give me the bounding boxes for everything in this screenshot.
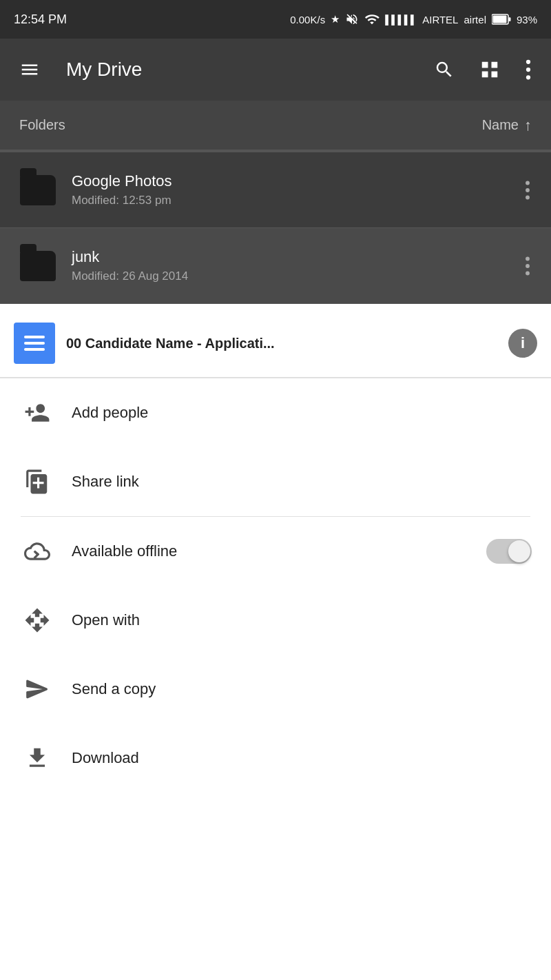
- svg-point-4: [526, 68, 530, 72]
- status-bar: 12:54 PM 0.00K/s ★ ▌▌▌▌▌ AIRTEL airtel: [0, 0, 551, 39]
- send-copy-label: Send a copy: [72, 680, 532, 698]
- open-with-item[interactable]: Open with: [0, 586, 551, 655]
- search-button[interactable]: [428, 54, 460, 85]
- carrier2-label: airtel: [464, 14, 486, 25]
- battery-icon: [492, 14, 511, 25]
- open-with-label: Open with: [72, 611, 532, 629]
- folders-header: Folders Name ↑: [0, 101, 551, 150]
- toolbar: My Drive: [0, 39, 551, 101]
- sort-control[interactable]: Name ↑: [482, 116, 532, 134]
- file-name-label: 00 Candidate Name - Applicati...: [55, 336, 508, 351]
- signal-icon: ▌▌▌▌▌: [385, 14, 417, 25]
- download-icon: [19, 740, 55, 776]
- folder-item-google-photos[interactable]: Google Photos Modified: 12:53 pm: [0, 152, 551, 228]
- bluetooth-icon: ★: [331, 13, 340, 25]
- page-title: My Drive: [66, 59, 415, 81]
- info-button[interactable]: i: [508, 329, 537, 358]
- download-item[interactable]: Download: [0, 724, 551, 793]
- overflow-menu-button[interactable]: [519, 54, 537, 85]
- add-people-item[interactable]: Add people: [0, 378, 551, 447]
- send-copy-item[interactable]: Send a copy: [0, 655, 551, 724]
- svg-point-5: [526, 75, 530, 79]
- folder-modified-google-photos: Modified: 12:53 pm: [72, 194, 518, 207]
- svg-rect-1: [492, 16, 506, 23]
- folder-name-google-photos: Google Photos: [72, 172, 518, 190]
- section-white-divider: [0, 304, 551, 309]
- open-with-icon: [19, 602, 55, 638]
- doc-icon: [14, 323, 55, 364]
- available-offline-icon: [19, 533, 55, 569]
- status-icons: 0.00K/s ★ ▌▌▌▌▌ AIRTEL airtel 93%: [290, 12, 537, 27]
- add-people-icon: [19, 395, 55, 431]
- share-link-icon: [19, 464, 55, 500]
- folder-more-google-photos[interactable]: [518, 174, 537, 207]
- offline-toggle[interactable]: [486, 539, 532, 564]
- svg-point-11: [526, 271, 530, 275]
- file-item-header: 00 Candidate Name - Applicati... i: [0, 309, 551, 378]
- share-link-label: Share link: [72, 473, 532, 491]
- folder-more-junk[interactable]: [518, 249, 537, 283]
- folder-name-junk: junk: [72, 248, 518, 266]
- add-people-label: Add people: [72, 404, 532, 422]
- time-label: 12:54 PM: [14, 12, 67, 27]
- download-label: Download: [72, 749, 532, 767]
- folder-modified-junk: Modified: 26 Aug 2014: [72, 269, 518, 283]
- send-copy-icon: [19, 671, 55, 707]
- svg-rect-2: [508, 17, 510, 21]
- battery-percent: 93%: [517, 14, 537, 25]
- hamburger-menu-button[interactable]: [14, 54, 45, 85]
- available-offline-label: Available offline: [72, 542, 470, 560]
- svg-point-6: [526, 181, 530, 185]
- network-speed: 0.00K/s: [290, 14, 325, 25]
- svg-point-7: [526, 188, 530, 192]
- sort-direction-icon: ↑: [524, 116, 532, 134]
- folder-item-junk[interactable]: junk Modified: 26 Aug 2014: [0, 228, 551, 304]
- grid-view-button[interactable]: [474, 54, 506, 85]
- folder-icon-junk: [14, 242, 62, 290]
- bottom-sheet-menu: Add people Share link Available offline: [0, 378, 551, 793]
- svg-point-10: [526, 264, 530, 268]
- toggle-knob: [508, 540, 530, 562]
- svg-point-3: [526, 60, 530, 64]
- folder-icon-google-photos: [14, 166, 62, 214]
- status-time: 12:54 PM: [14, 12, 67, 27]
- svg-point-8: [526, 195, 530, 199]
- share-link-item[interactable]: Share link: [0, 447, 551, 516]
- carrier-label: AIRTEL: [422, 14, 458, 25]
- wifi-icon: [364, 12, 380, 27]
- folders-section-label: Folders: [19, 117, 65, 133]
- svg-point-9: [526, 256, 530, 261]
- available-offline-item[interactable]: Available offline: [0, 517, 551, 586]
- mute-icon: [345, 12, 359, 26]
- sort-label: Name: [482, 117, 519, 133]
